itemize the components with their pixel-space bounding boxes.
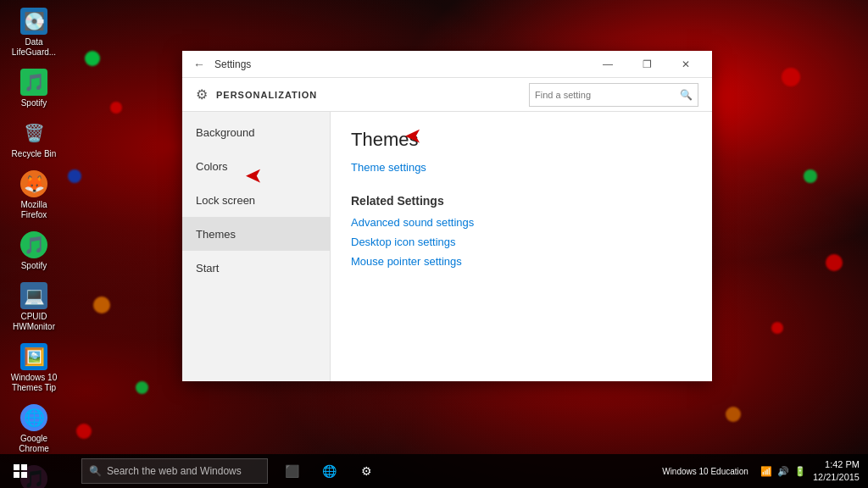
taskbar-search-label: Search the web and Windows [107,465,242,477]
spotify-icon: 🎵 [20,69,47,96]
windows-logo [14,464,27,478]
light-green-3 [804,169,817,183]
spotify2-label: Spotify [21,261,47,271]
search-box[interactable]: 🔍 [529,83,698,107]
firefox-icon: 🦊 [20,170,47,197]
firefox-label: Mozilla Firefox [8,200,60,220]
win-logo-tl [14,464,19,470]
light-red-1 [110,102,122,114]
sidebar-item-themes[interactable]: Themes [182,217,330,251]
win-logo-bl [14,472,19,478]
battery-icon: 🔋 [794,466,806,477]
sidebar-item-background-label: Background [196,126,254,139]
sidebar-item-themes-label: Themes [196,228,236,241]
taskbar-pinned-icons: ⬛ 🌐 ⚙ [275,454,383,488]
light-orange-1 [93,297,110,313]
win-logo-tr [21,464,27,470]
sidebar-item-start[interactable]: Start [182,251,330,285]
sidebar-item-lock-screen[interactable]: Lock screen [182,183,330,217]
light-red-2 [76,424,92,439]
taskbar-settings-icon[interactable]: ⚙ [349,454,383,488]
light-red-5 [826,254,843,271]
desktop-icon-recycle-bin[interactable]: 🗑️ Recycle Bin [4,116,64,163]
settings-sidebar: Background Colors Lock screen Themes Sta… [182,112,331,381]
light-red-3 [782,68,800,86]
desktop-icon-cpuid[interactable]: 💻 CPUID HWMonitor [4,279,64,336]
network-icon: 📶 [760,466,772,477]
mouse-pointer-settings-link[interactable]: Mouse pointer settings [351,255,692,268]
cpuid-label: CPUID HWMonitor [8,312,60,332]
taskbar-time: 1:42 PM [813,458,860,471]
window-title: Settings [214,58,251,70]
close-button[interactable]: ✕ [666,51,705,78]
gear-icon: ⚙ [196,86,208,103]
search-input[interactable] [535,90,680,100]
taskbar-browser-icon[interactable]: 🌐 [312,454,346,488]
taskbar-system-icons: 📶 🔊 🔋 [760,466,806,477]
desktop-icon-spotify2[interactable]: 🎵 Spotify [4,228,64,274]
taskbar-right-area: Windows 10 Education 📶 🔊 🔋 1:42 PM 12/21… [662,458,868,485]
search-icon: 🔍 [680,89,693,101]
minimize-button[interactable]: — [588,51,627,78]
settings-main: Themes Theme settings Related Settings A… [331,112,712,381]
desktop-icon-data-lifeguard[interactable]: 💽 Data LifeGuard... [4,4,64,61]
spotify-label: Spotify [21,98,47,108]
desktop-icon-win10-themes[interactable]: 🖼️ Windows 10 Themes Tip [4,340,64,396]
settings-window: ← Settings — ❐ ✕ ⚙ PERSONALIZATION 🔍 Bac… [182,51,712,381]
light-blue-1 [68,169,81,183]
win10-edition-label: Windows 10 Education [662,466,748,477]
recycle-bin-label: Recycle Bin [12,149,57,159]
cpuid-icon: 💻 [20,282,47,309]
sidebar-item-lock-screen-label: Lock screen [196,194,255,207]
theme-settings-link[interactable]: Theme settings [351,161,692,174]
light-red-4 [771,322,783,334]
themes-section-title: Themes [351,129,692,151]
window-titlebar: ← Settings — ❐ ✕ [182,51,712,78]
data-lifeguard-label: Data LifeGuard... [8,37,60,58]
taskbar-search-box[interactable]: 🔍 Search the web and Windows [81,458,268,484]
win10-themes-label: Windows 10 Themes Tip [8,373,60,393]
related-settings-title: Related Settings [351,194,692,208]
desktop-icon-firefox[interactable]: 🦊 Mozilla Firefox [4,167,64,224]
light-orange-2 [726,407,741,422]
volume-icon: 🔊 [777,466,789,477]
restore-button[interactable]: ❐ [627,51,666,78]
sidebar-item-background[interactable]: Background [182,115,330,149]
chrome-label: Google Chrome [8,434,60,454]
settings-body: Background Colors Lock screen Themes Sta… [182,112,712,381]
spotify2-icon: 🎵 [20,231,47,258]
settings-header-title: PERSONALIZATION [216,90,317,100]
recycle-bin-icon: 🗑️ [20,119,47,147]
sidebar-item-start-label: Start [196,262,219,274]
chrome-icon: 🌐 [20,404,47,431]
taskbar-search-icon: 🔍 [89,465,102,477]
light-green-1 [85,51,100,66]
taskbar-date: 12/21/2015 [813,471,860,484]
settings-header: ⚙ PERSONALIZATION 🔍 [182,78,712,112]
window-controls: — ❐ ✕ [588,51,705,78]
taskbar-cortana-icon[interactable]: ⬛ [275,454,309,488]
start-button[interactable] [0,454,41,488]
red-arrow-themes: ➤ [246,165,261,187]
window-back-button[interactable]: ← [189,54,209,75]
data-lifeguard-icon: 💽 [20,8,47,35]
sidebar-item-colors-label: Colors [196,160,228,173]
light-green-2 [136,381,148,394]
advanced-sound-settings-link[interactable]: Advanced sound settings [351,216,692,229]
win10-themes-icon: 🖼️ [20,343,47,370]
desktop-icon-chrome[interactable]: 🌐 Google Chrome [4,401,64,458]
red-arrow-theme-settings: ➤ [405,125,420,147]
win-logo-br [21,472,27,478]
taskbar-time-date: 1:42 PM 12/21/2015 [813,458,860,485]
taskbar: 🔍 Search the web and Windows ⬛ 🌐 ⚙ Windo… [0,454,868,488]
desktop-icon-settings-link[interactable]: Desktop icon settings [351,236,692,248]
desktop: 💽 Data LifeGuard... 🎵 Spotify 🗑️ Recycle… [0,0,868,488]
desktop-icon-spotify[interactable]: 🎵 Spotify [4,65,64,112]
desktop-icons-container: 💽 Data LifeGuard... 🎵 Spotify 🗑️ Recycle… [4,4,64,488]
